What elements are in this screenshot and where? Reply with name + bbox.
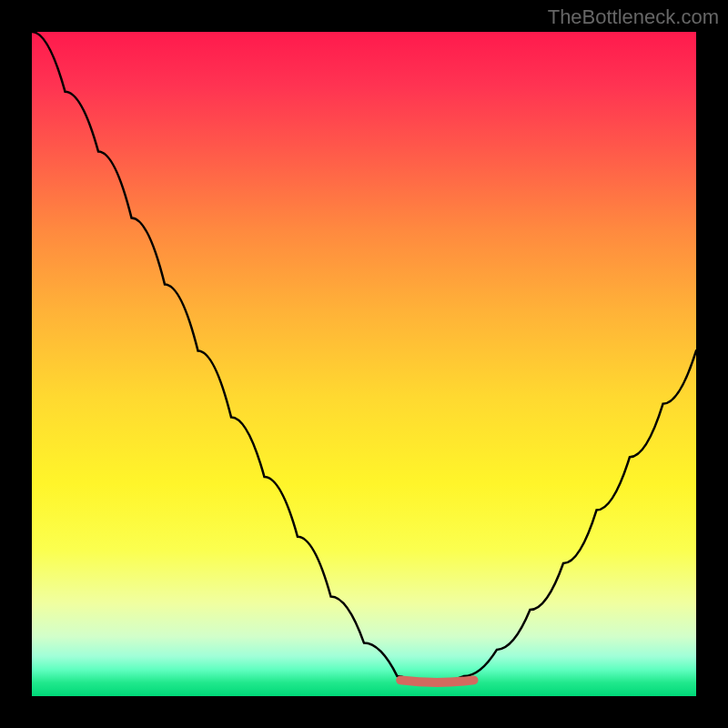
chart-plot-area (32, 32, 696, 696)
watermark-text: TheBottleneck.com (548, 5, 719, 29)
optimal-range-marker (400, 680, 473, 682)
chart-svg (32, 32, 696, 696)
bottleneck-curve (32, 32, 696, 682)
